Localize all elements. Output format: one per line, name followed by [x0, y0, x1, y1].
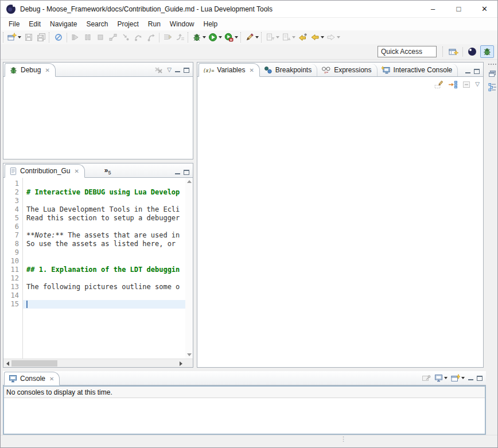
status-sash-handle[interactable]: ⋮ — [340, 437, 347, 441]
close-tab-icon[interactable]: ✕ — [49, 376, 54, 382]
save-button[interactable] — [22, 31, 35, 44]
menu-search[interactable]: Search — [81, 18, 112, 30]
previous-annotation-dropdown[interactable] — [292, 36, 295, 38]
debug-button[interactable] — [191, 31, 207, 44]
back-button[interactable] — [309, 31, 325, 44]
maximize-view-icon[interactable] — [184, 170, 189, 175]
previous-annotation-button[interactable] — [281, 31, 297, 44]
scroll-left-icon[interactable] — [6, 361, 9, 366]
tab-variables[interactable]: (x)=Variables✕ — [199, 63, 260, 77]
next-annotation-dropdown[interactable] — [276, 36, 279, 38]
new-wizard-dropdown[interactable] — [18, 36, 21, 38]
external-tools-dropdown[interactable] — [255, 36, 259, 38]
minimize-view-icon[interactable] — [468, 376, 473, 381]
tab-interactive-console[interactable]: Interactive Console — [378, 64, 458, 76]
quick-access-field[interactable]: Quick Access — [378, 46, 437, 57]
close-tab-icon[interactable]: ✕ — [45, 67, 49, 73]
view-menu-icon[interactable]: ▽ — [167, 67, 172, 73]
toolbar-drag-handle[interactable] — [3, 32, 5, 42]
toolbar-drag-handle[interactable] — [240, 32, 242, 42]
step-into-button[interactable] — [119, 31, 132, 44]
debug-perspective-button[interactable] — [480, 45, 494, 58]
open-perspective-button[interactable] — [446, 45, 460, 58]
editor-horizontal-scrollbar[interactable] — [3, 359, 193, 367]
suspend-button[interactable] — [81, 31, 94, 44]
scrollbar-thumb[interactable] — [11, 360, 57, 367]
step-over-button[interactable] — [132, 31, 145, 44]
tab-debug[interactable]: Debug ✕ — [5, 63, 56, 77]
tab-breakpoints[interactable]: Breakpoints — [260, 64, 317, 76]
back-dropdown[interactable] — [321, 36, 324, 38]
disconnect-button[interactable] — [107, 31, 119, 44]
open-console-dropdown[interactable] — [461, 377, 465, 379]
close-window-button[interactable]: ✕ — [472, 1, 497, 18]
remove-all-terminated-icon[interactable] — [154, 66, 164, 74]
forward-dropdown[interactable] — [337, 36, 340, 38]
run-last-launched-button[interactable] — [223, 31, 239, 44]
toolbar-drag-handle[interactable] — [49, 32, 50, 42]
terminate-button[interactable] — [94, 31, 107, 44]
view-menu-icon[interactable]: ▽ — [475, 81, 480, 87]
forward-button[interactable] — [325, 31, 341, 44]
menu-run[interactable]: Run — [143, 18, 165, 30]
menu-project[interactable]: Project — [112, 18, 143, 30]
variables-icon: (x)= — [203, 66, 214, 74]
editor-vertical-scrollbar[interactable] — [185, 178, 193, 359]
pin-console-icon[interactable] — [422, 374, 431, 382]
scroll-right-icon[interactable] — [180, 361, 182, 366]
line-number-ruler[interactable]: 123456789101112131415 — [3, 178, 23, 359]
toggle-step-filters-button[interactable] — [174, 31, 186, 44]
toolbar-drag-handle[interactable] — [188, 32, 189, 42]
toolbar-drag-handle[interactable] — [261, 32, 263, 42]
menu-help[interactable]: Help — [199, 18, 223, 30]
use-step-filters-button[interactable] — [161, 31, 174, 44]
outline-icon[interactable] — [488, 83, 497, 91]
skip-all-breakpoints-button[interactable] — [52, 31, 65, 44]
show-logical-structure-icon[interactable] — [448, 80, 458, 89]
strip-drag-handle[interactable] — [488, 64, 496, 65]
collapse-all-icon[interactable] — [462, 80, 471, 89]
perspective-drag-handle[interactable] — [442, 46, 444, 57]
menu-window[interactable]: Window — [165, 18, 199, 30]
close-tab-icon[interactable]: ✕ — [249, 67, 254, 73]
open-console-button[interactable] — [451, 373, 465, 383]
debug-dropdown[interactable] — [203, 36, 206, 38]
resume-button[interactable] — [69, 31, 81, 44]
tab-contribution-guide[interactable]: Contribution_Gu ✕ — [5, 164, 85, 178]
menu-file[interactable]: File — [4, 18, 24, 30]
maximize-view-icon[interactable] — [477, 376, 483, 381]
restore-views-icon[interactable] — [488, 70, 496, 77]
display-selected-console-icon — [434, 374, 443, 382]
minimize-view-icon[interactable] — [175, 68, 180, 73]
maximize-view-icon[interactable] — [474, 69, 480, 74]
save-all-button[interactable] — [35, 31, 48, 44]
lua-perspective-button[interactable] — [465, 45, 479, 58]
scroll-down-icon[interactable] — [187, 353, 192, 356]
maximize-window-button[interactable]: □ — [446, 1, 472, 18]
editor-tab-overflow[interactable]: » 5 — [104, 166, 111, 177]
maximize-view-icon[interactable] — [184, 68, 189, 73]
close-tab-icon[interactable]: ✕ — [74, 168, 79, 174]
step-return-button[interactable] — [145, 31, 157, 44]
tab-console[interactable]: Console ✕ — [4, 372, 60, 385]
next-annotation-button[interactable] — [264, 31, 281, 44]
minimize-view-icon[interactable] — [465, 69, 470, 74]
run-last-launched-dropdown[interactable] — [235, 36, 238, 38]
new-wizard-button[interactable] — [6, 31, 22, 44]
window-title: Debug - Moose_Framework/docs/Contributio… — [20, 5, 420, 13]
show-type-names-icon[interactable] — [434, 80, 444, 89]
menu-navigate[interactable]: Navigate — [45, 18, 81, 30]
gutter-line-number: 4 — [3, 205, 19, 214]
menu-edit[interactable]: Edit — [24, 18, 45, 30]
scroll-up-icon[interactable] — [187, 180, 192, 183]
run-button[interactable] — [207, 31, 223, 44]
run-dropdown[interactable] — [219, 36, 222, 38]
minimize-window-button[interactable]: – — [420, 1, 446, 18]
code-text-area[interactable]: # Interactive DEBUG using Lua DevelopThe… — [23, 178, 185, 359]
minimize-view-icon[interactable] — [175, 170, 180, 175]
external-tools-button[interactable] — [244, 31, 260, 44]
tab-expressions[interactable]: x=Expressions — [317, 64, 377, 76]
last-edit-location-button[interactable] — [297, 31, 309, 44]
display-console-dropdown[interactable] — [444, 377, 448, 379]
display-selected-console-button[interactable] — [434, 373, 448, 383]
